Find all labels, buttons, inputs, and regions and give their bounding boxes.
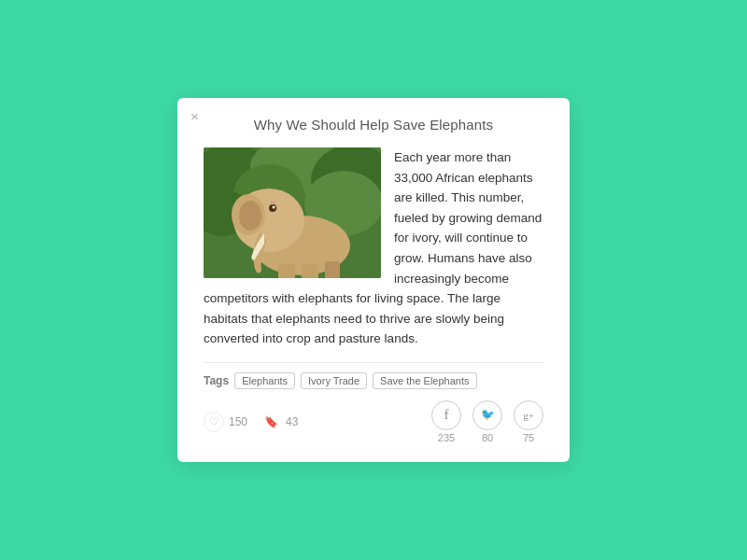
left-actions: ♡ 150 🔖 43 — [204, 412, 298, 432]
tag-save-elephants[interactable]: Save the Elephants — [373, 372, 476, 389]
googleplus-icon: g+ — [514, 400, 543, 430]
bookmarks-count: 43 — [286, 415, 298, 428]
tag-ivory-trade[interactable]: Ivory Trade — [301, 372, 367, 389]
bookmark-icon: 🔖 — [261, 412, 281, 432]
close-button[interactable]: × — [190, 109, 199, 123]
svg-rect-14 — [302, 264, 318, 278]
twitter-count: 80 — [482, 432, 493, 443]
likes-action[interactable]: ♡ 150 — [204, 412, 247, 432]
section-divider — [204, 362, 543, 363]
likes-count: 150 — [229, 415, 247, 428]
bookmarks-action[interactable]: 🔖 43 — [261, 412, 298, 432]
heart-icon: ♡ — [204, 412, 224, 432]
svg-rect-15 — [325, 261, 340, 278]
facebook-count: 235 — [438, 432, 455, 443]
twitter-share[interactable]: 🐦 80 — [472, 400, 502, 443]
svg-rect-13 — [278, 264, 295, 278]
social-actions: f 235 🐦 80 g+ 75 — [431, 400, 543, 443]
googleplus-count: 75 — [523, 432, 534, 443]
svg-point-10 — [239, 201, 261, 231]
actions-row: ♡ 150 🔖 43 f 235 🐦 80 g+ 75 — [204, 400, 543, 443]
article-content: Each year more than 33,000 African eleph… — [204, 147, 543, 349]
tags-section: Tags Elephants Ivory Trade Save the Elep… — [204, 372, 543, 389]
modal-title: Why We Should Help Save Elephants — [204, 117, 543, 133]
article-image — [204, 147, 381, 278]
tag-elephants[interactable]: Elephants — [234, 372, 295, 389]
tags-label: Tags — [204, 374, 229, 387]
googleplus-share[interactable]: g+ 75 — [514, 400, 543, 443]
svg-point-12 — [273, 206, 275, 209]
facebook-share[interactable]: f 235 — [431, 400, 461, 443]
article-modal: × Why We Should Help Save Elephants — [177, 98, 570, 462]
twitter-icon: 🐦 — [472, 400, 502, 430]
facebook-icon: f — [431, 400, 461, 430]
